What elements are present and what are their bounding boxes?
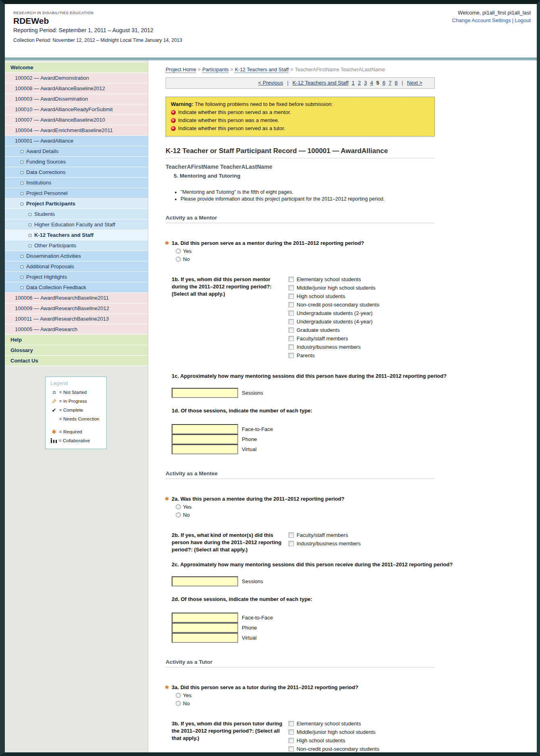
checkbox-input[interactable] [289, 532, 294, 538]
breadcrumb-link-project-home[interactable]: Project Home [166, 67, 196, 72]
checkbox-option[interactable]: Non-credit post-secondary students [289, 746, 379, 752]
checkbox-input[interactable] [289, 302, 294, 307]
radio-input[interactable] [176, 504, 181, 510]
radio-option[interactable]: No [176, 256, 537, 262]
next-page-link[interactable]: Next > [407, 80, 422, 86]
logout-link[interactable]: Logout [515, 17, 531, 23]
checkbox-input[interactable] [289, 319, 294, 324]
checkbox-option[interactable]: Elementary school students [289, 721, 379, 727]
radio-input[interactable] [176, 512, 181, 518]
checkbox-input[interactable] [289, 336, 294, 341]
section-pages-link[interactable]: K-12 Teachers and Staff [293, 80, 349, 86]
sidebar-item[interactable]: 100007 — AwardAllianceBaseline2010 [5, 115, 148, 125]
checkbox-option[interactable]: Industry/business members [289, 541, 361, 547]
session-type-input[interactable] [172, 633, 238, 643]
sidebar-item[interactable]: 100006 — AwardResearchBaseline2011 [5, 293, 148, 303]
breadcrumb-link-k12-teachers[interactable]: K-12 Teachers and Staff [235, 67, 289, 72]
checkbox-option[interactable]: Faculty/staff members [289, 336, 379, 342]
sidebar-item[interactable]: Institutions [5, 178, 148, 188]
radio-input[interactable] [176, 701, 181, 706]
checkbox-option[interactable]: Faculty/staff members [289, 532, 361, 538]
checkbox-input[interactable] [289, 729, 294, 735]
pagination-page-link[interactable]: 6 [382, 80, 385, 86]
checkbox-option[interactable]: Undergraduate students (2-year) [289, 754, 379, 756]
checkbox-option[interactable]: Industry/business members [289, 344, 379, 350]
sidebar-item[interactable]: 100001 — AwardAlliance [5, 136, 148, 146]
sidebar-item[interactable]: 100004 — AwardEnrichmentBaseline2011 [5, 125, 148, 136]
sidebar-item[interactable]: 100010 — AwardAllianceReadyForSubmit [5, 104, 148, 115]
sidebar-item[interactable]: Welcome [5, 62, 148, 73]
sidebar-item[interactable]: Project Highlights [5, 272, 148, 282]
mentor-sessions-input[interactable] [172, 388, 238, 398]
pagination-page-link[interactable]: 5 [376, 80, 379, 86]
sidebar-item[interactable]: 100009 — AwardResearchBaseline2012 [5, 303, 148, 314]
pagination-page-link[interactable]: 7 [388, 80, 391, 86]
sidebar-item[interactable]: Higher Education Faculty and Staff [5, 220, 148, 230]
radio-input[interactable] [176, 249, 181, 254]
checkbox-option[interactable]: High school students [289, 737, 379, 744]
pagination-page-link[interactable]: 1 [352, 80, 355, 86]
pagination-page-link[interactable]: 4 [370, 80, 373, 86]
sidebar-item[interactable]: Students [5, 209, 148, 220]
checkbox-input[interactable] [289, 353, 294, 358]
checkbox-option[interactable]: High school students [289, 293, 379, 299]
radio-option[interactable]: Yes [176, 248, 537, 254]
checkbox-input[interactable] [289, 738, 294, 743]
pagination-page-link[interactable]: 3 [364, 80, 367, 86]
pagination-page-link[interactable]: 8 [395, 80, 397, 86]
checkbox-option[interactable]: Undergraduate students (2-year) [289, 310, 379, 316]
session-type-input[interactable] [172, 623, 238, 633]
radio-option[interactable]: Yes [176, 504, 537, 510]
sidebar-item[interactable]: Dissemination Activities [5, 251, 148, 261]
radio-option[interactable]: Yes [176, 692, 537, 698]
sidebar-item[interactable]: Help [5, 335, 148, 345]
sidebar-item[interactable]: Project Participants [5, 199, 148, 209]
sidebar-item[interactable]: Contact Us [5, 356, 148, 366]
legend-row: = Collaborative [50, 438, 102, 443]
sidebar-item[interactable]: K-12 Teachers and Staff [5, 230, 148, 240]
checkbox-input[interactable] [289, 721, 294, 726]
checkbox-option[interactable]: Graduate students [289, 327, 379, 333]
radio-option[interactable]: No [176, 512, 537, 518]
pagination-page-link[interactable]: 2 [358, 80, 361, 86]
change-account-settings-link[interactable]: Change Account Settings [452, 17, 511, 23]
checkbox-input[interactable] [289, 277, 294, 282]
checkbox-option[interactable]: Middle/junior high school students [289, 729, 379, 735]
checkbox-input[interactable] [289, 285, 294, 290]
checkbox-option[interactable]: Non-credit post-secondary students [289, 302, 379, 308]
welcome-user: Welcome, pi1all_first pi1all_last [452, 10, 531, 16]
sidebar-item[interactable]: Glossary [5, 345, 148, 356]
sidebar-item[interactable]: Funding Sources [5, 157, 148, 167]
sidebar-item[interactable]: 100002 — AwardDemonstration [5, 73, 148, 83]
sidebar-item[interactable]: Data Corrections [5, 167, 148, 178]
radio-input[interactable] [176, 693, 181, 698]
session-type-input[interactable] [172, 613, 238, 623]
sidebar-item[interactable]: Data Collection Feedback [5, 282, 148, 293]
session-type-input[interactable] [172, 444, 238, 454]
sidebar-item[interactable]: 100008 — AwardAllianceBaseline2012 [5, 83, 148, 94]
sidebar-item[interactable]: 100011 — AwardResearchBaseline2013 [5, 314, 148, 324]
checkbox-input[interactable] [289, 294, 294, 299]
checkbox-option[interactable]: Middle/junior high school students [289, 285, 379, 291]
radio-option[interactable]: No [176, 700, 537, 706]
checkbox-input[interactable] [289, 344, 294, 350]
checkbox-option[interactable]: Undergraduate students (4-year) [289, 319, 379, 325]
sidebar-item[interactable]: Award Details [5, 146, 148, 157]
checkbox-input[interactable] [289, 541, 294, 546]
sidebar-item[interactable]: 100003 — AwardDissemination [5, 94, 148, 104]
sidebar-item[interactable]: Project Personnel [5, 188, 148, 199]
sidebar-item[interactable]: 100005 — AwardResearch [5, 324, 148, 335]
checkbox-input[interactable] [289, 746, 294, 752]
checkbox-input[interactable] [289, 311, 294, 316]
checkbox-input[interactable] [289, 327, 294, 333]
previous-page-link[interactable]: < Previous [258, 80, 283, 86]
sidebar-item[interactable]: Other Participants [5, 240, 148, 251]
session-type-input[interactable] [172, 434, 238, 444]
breadcrumb-link-participants[interactable]: Participants [202, 67, 228, 72]
checkbox-option[interactable]: Parents [289, 352, 379, 358]
checkbox-option[interactable]: Elementary school students [289, 276, 379, 282]
sidebar-item[interactable]: Additional Proposals [5, 261, 148, 272]
radio-input[interactable] [176, 257, 181, 262]
session-type-input[interactable] [172, 424, 238, 434]
mentee-sessions-input[interactable] [172, 576, 238, 586]
